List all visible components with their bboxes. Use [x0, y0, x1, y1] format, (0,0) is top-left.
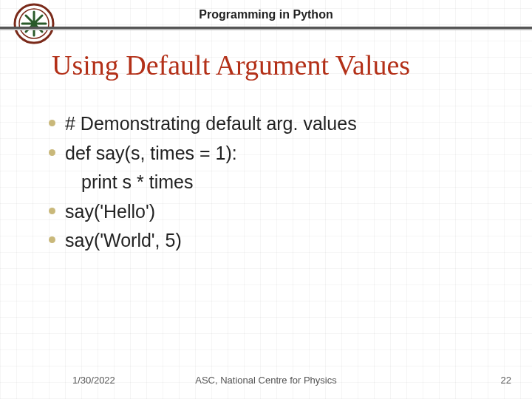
course-title: Programming in Python — [0, 8, 532, 21]
page-number: 22 — [501, 375, 511, 386]
bullet-icon — [49, 120, 55, 126]
bullet-icon — [49, 149, 55, 156]
code-text: def say(s, times = 1): — [65, 143, 237, 163]
code-text: print s * times — [81, 171, 193, 192]
code-line: print s * times — [65, 169, 502, 196]
code-text: say('World', 5) — [65, 230, 182, 250]
slide: Programming in Python Using Default Argu… — [0, 0, 532, 399]
footer-center: ASC, National Centre for Physics — [0, 375, 532, 386]
code-text: say('Hello') — [65, 201, 155, 222]
code-line: say('Hello') — [65, 199, 502, 225]
institution-seal-icon — [13, 3, 55, 44]
code-line: def say(s, times = 1): — [65, 140, 502, 167]
slide-title: Using Default Argument Values — [52, 49, 410, 81]
bullet-icon — [49, 208, 55, 214]
code-text: # Demonstrating default arg. values — [65, 113, 357, 134]
code-line: # Demonstrating default arg. values — [65, 111, 502, 137]
header-separator — [0, 27, 532, 30]
code-line: say('World', 5) — [65, 228, 502, 254]
svg-point-2 — [31, 21, 37, 27]
slide-body: # Demonstrating default arg. values def … — [65, 111, 502, 257]
bullet-icon — [49, 236, 55, 243]
